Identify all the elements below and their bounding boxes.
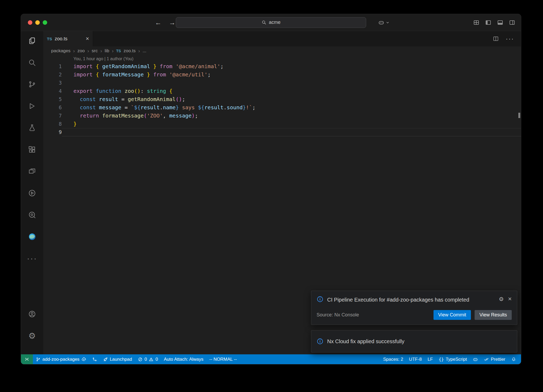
- minimize-window-button[interactable]: [35, 20, 40, 25]
- indentation-status[interactable]: Spaces: 2: [380, 354, 406, 364]
- run-circle-activity-button[interactable]: [25, 186, 40, 201]
- view-commit-button[interactable]: View Commit: [433, 310, 471, 320]
- bell-icon: [511, 357, 516, 362]
- line-number: 9: [43, 128, 62, 136]
- braces-icon: {}: [439, 357, 444, 362]
- split-editor-icon[interactable]: [493, 36, 499, 42]
- code-line-9[interactable]: 9: [43, 128, 521, 136]
- indentation-label: Spaces: 2: [383, 357, 403, 362]
- breadcrumb-item[interactable]: zoo: [77, 48, 85, 54]
- codelens-blame[interactable]: You, 1 hour ago | 1 author (You): [73, 55, 521, 62]
- close-tab-icon[interactable]: ×: [86, 36, 89, 42]
- notifications-bell[interactable]: [508, 354, 521, 364]
- git-branch-icon: [28, 80, 36, 88]
- code-line-3[interactable]: 3: [43, 79, 521, 87]
- chevron-down-icon: [386, 21, 389, 24]
- view-results-button[interactable]: View Results: [475, 310, 512, 320]
- language-mode-status[interactable]: {} TypeScript: [436, 354, 470, 364]
- breadcrumb-item-file[interactable]: zoo.ts: [124, 48, 135, 54]
- chevron-right-icon: ›: [112, 48, 113, 54]
- remote-explorer-activity-button[interactable]: [25, 164, 40, 179]
- encoding-status[interactable]: UTF-8: [406, 354, 425, 364]
- typescript-file-icon: TS: [47, 37, 52, 41]
- git-graph-status[interactable]: [89, 354, 100, 364]
- branch-name: add-zoo-packages: [42, 357, 80, 362]
- notification-close-icon[interactable]: ×: [508, 296, 512, 302]
- vim-mode-label: -- NORMAL --: [209, 357, 237, 362]
- breadcrumb-overflow[interactable]: ...: [143, 48, 146, 54]
- formatter-label: Prettier: [491, 357, 505, 362]
- toggle-panel-icon[interactable]: [497, 19, 503, 25]
- accounts-button[interactable]: [25, 307, 40, 321]
- source-control-activity-button[interactable]: [25, 77, 40, 92]
- eol-status[interactable]: LF: [425, 354, 436, 364]
- code-line-6[interactable]: 6 const message = `${result.name} says $…: [43, 103, 521, 112]
- problems-status[interactable]: 0 0: [135, 354, 161, 364]
- breadcrumb-item[interactable]: packages: [51, 48, 71, 54]
- code-line-1[interactable]: 1import { getRandomAnimal } from '@acme/…: [43, 62, 521, 71]
- breadcrumb-item[interactable]: src: [92, 48, 98, 54]
- branch-status[interactable]: add-zoo-packages: [33, 354, 89, 364]
- copilot-icon: [378, 19, 384, 26]
- notification-ci-pipeline: CI Pipeline Execution for #add-zoo-packa…: [311, 291, 517, 325]
- line-number: 3: [43, 79, 62, 87]
- line-number: 5: [43, 95, 62, 103]
- auto-attach-status[interactable]: Auto Attach: Always: [161, 354, 206, 364]
- testing-activity-button[interactable]: [25, 120, 40, 135]
- settings-button[interactable]: ⚙: [25, 328, 40, 343]
- notification-settings-icon[interactable]: ⚙: [499, 296, 504, 302]
- search-query-text: acme: [269, 20, 281, 25]
- notification-nx-cloud: Nx Cloud fix applied successfully: [311, 330, 517, 352]
- run-debug-activity-button[interactable]: [25, 99, 40, 114]
- files-icon: [28, 37, 36, 45]
- chevron-right-icon: ›: [73, 48, 75, 54]
- tab-bar: TS zoo.ts × ···: [43, 31, 521, 46]
- line-number: 8: [43, 120, 62, 128]
- ellipsis-icon: ···: [27, 254, 37, 262]
- search-activity-button[interactable]: [25, 55, 40, 70]
- code-line-5[interactable]: 5 const result = getRandomAnimal();: [43, 95, 521, 103]
- statusbar-right: Spaces: 2 UTF-8 LF {} TypeScript: [380, 354, 521, 364]
- launchpad-status[interactable]: Launchpad: [100, 354, 135, 364]
- tab-zoo-ts[interactable]: TS zoo.ts ×: [43, 31, 93, 46]
- notification-message: Nx Cloud fix applied successfully: [327, 337, 404, 345]
- notification-message: CI Pipeline Execution for #add-zoo-packa…: [327, 296, 469, 304]
- copilot-menu[interactable]: [378, 19, 389, 26]
- chevron-right-icon: ›: [138, 48, 140, 54]
- inspect-activity-button[interactable]: [25, 207, 40, 222]
- command-center-search[interactable]: acme: [176, 17, 366, 28]
- more-views-button[interactable]: ···: [25, 251, 40, 266]
- play-circle-icon: [28, 189, 36, 197]
- forward-button[interactable]: →: [169, 19, 176, 26]
- chevron-right-icon: ›: [87, 48, 89, 54]
- toggle-primary-sidebar-icon[interactable]: [485, 19, 491, 25]
- line-number: 1: [43, 62, 62, 71]
- breadcrumb-item[interactable]: lib: [105, 48, 109, 54]
- remote-indicator[interactable]: [21, 354, 33, 364]
- formatter-status[interactable]: Prettier: [481, 354, 508, 364]
- close-window-button[interactable]: [28, 20, 32, 25]
- edge-icon: [28, 233, 36, 241]
- code-line-4[interactable]: 4export function zoo(): string {: [43, 87, 521, 95]
- notification-source: Source: Nx Console: [317, 312, 359, 318]
- vim-mode-status[interactable]: -- NORMAL --: [206, 354, 240, 364]
- windows-icon: [28, 167, 36, 175]
- code-line-2[interactable]: 2import { formatMessage } from '@acme/ut…: [43, 71, 521, 79]
- toggle-secondary-sidebar-icon[interactable]: [509, 19, 515, 25]
- explorer-activity-button[interactable]: [25, 33, 40, 48]
- tab-label: zoo.ts: [55, 36, 67, 42]
- code-line-7[interactable]: 7 return formatMessage('ZOO', message);: [43, 112, 521, 120]
- edge-browser-activity-button[interactable]: [25, 229, 40, 244]
- window-controls: [28, 20, 47, 25]
- back-button[interactable]: ←: [155, 19, 161, 26]
- launchpad-label: Launchpad: [110, 357, 132, 362]
- breadcrumb: packages › zoo › src › lib › TS zoo.ts ›…: [43, 46, 521, 55]
- chevron-right-icon: ›: [100, 48, 102, 54]
- customize-layout-icon[interactable]: [473, 19, 479, 25]
- code-line-8[interactable]: 8}: [43, 120, 521, 128]
- extensions-activity-button[interactable]: [25, 142, 40, 157]
- more-actions-icon[interactable]: ···: [506, 35, 514, 42]
- copilot-status[interactable]: [470, 354, 481, 364]
- zoom-window-button[interactable]: [43, 20, 47, 25]
- warning-count: 0: [155, 357, 158, 362]
